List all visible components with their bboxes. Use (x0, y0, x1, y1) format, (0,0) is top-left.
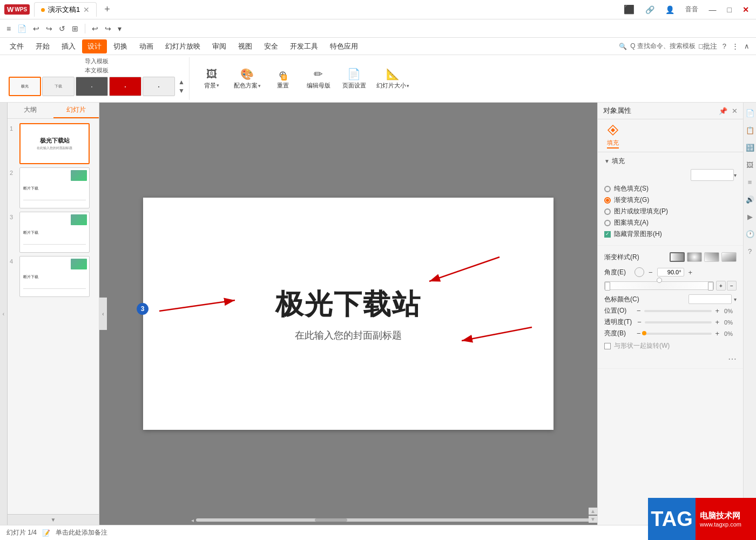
side-icon-6[interactable]: 🔊 (744, 193, 756, 205)
panel-pin-icon[interactable]: 📌 (719, 107, 727, 115)
wps-logo[interactable]: W WPS (4, 4, 30, 15)
template-2[interactable]: 下载 (42, 77, 75, 96)
gradient-midpoint[interactable] (657, 278, 662, 283)
tab-close-icon[interactable]: ✕ (83, 5, 90, 14)
angle-gradient-btn[interactable] (704, 252, 719, 262)
transparency-minus[interactable]: − (636, 318, 643, 326)
panel-close-icon[interactable]: ✕ (732, 107, 738, 115)
menu-start[interactable]: 开始 (30, 39, 55, 53)
grid-icon[interactable]: ⊞ (70, 23, 80, 34)
more-menu-icon[interactable]: ⋮ (730, 42, 741, 50)
add-tab-button[interactable]: + (101, 4, 113, 15)
slide-thumb-1[interactable]: 极光下载站 在此输入您的封面副标题 (19, 123, 90, 164)
import-template-label[interactable]: 导入模板 (85, 57, 109, 65)
outline-tab[interactable]: 大纲 (8, 103, 53, 118)
forward-icon[interactable]: ↪ (103, 23, 113, 34)
menu-insert[interactable]: 插入 (56, 39, 81, 53)
template-4[interactable]: ▪ (109, 77, 141, 96)
template-1[interactable]: 极光 (9, 77, 41, 96)
slide-thumb-2[interactable]: 断片下载 (19, 167, 90, 208)
help-icon[interactable]: ? (720, 42, 728, 50)
hide-bg-shape-checkbox[interactable] (604, 231, 611, 238)
side-icon-5[interactable]: ≡ (744, 176, 756, 188)
slide-list-scrollbar[interactable]: ▼ (8, 514, 99, 525)
redo-icon[interactable]: ↪ (44, 23, 55, 34)
radial-gradient-btn[interactable] (687, 252, 702, 262)
menu-file[interactable]: 文件 (4, 39, 29, 53)
batch-comment-icon[interactable]: □批注 (697, 42, 719, 51)
rotate-with-shape-checkbox[interactable] (604, 343, 611, 349)
transparency-plus[interactable]: + (714, 318, 720, 326)
rotate-with-shape-row[interactable]: 与形状一起旋转(W) (604, 341, 737, 350)
transparency-slider[interactable] (645, 321, 712, 323)
position-minus[interactable]: − (636, 307, 642, 315)
gradient-fill-option[interactable]: 渐变填充(G) (604, 195, 737, 205)
solid-fill-option[interactable]: 纯色填充(S) (604, 184, 737, 193)
gradient-handle-right[interactable] (708, 282, 713, 291)
left-panel-collapse[interactable]: ‹ (0, 103, 8, 525)
user-icon[interactable]: 👤 (663, 5, 677, 14)
gradient-fill-radio[interactable] (604, 197, 611, 204)
slide-item-2[interactable]: 2 断片下载 (10, 167, 97, 208)
hide-bg-shape-option[interactable]: 隐藏背景图形(H) (604, 230, 737, 239)
user-name[interactable]: 音音 (683, 5, 701, 14)
gradient-handle-left[interactable] (605, 282, 610, 291)
page-setup-tool[interactable]: 📄 页面设置 (341, 68, 368, 90)
menu-review[interactable]: 审阅 (207, 39, 232, 53)
picture-fill-option[interactable]: 图片或纹理填充(P) (604, 207, 737, 216)
picture-fill-radio[interactable] (604, 208, 611, 215)
remove-stop-btn[interactable]: − (727, 281, 737, 291)
restore-button[interactable]: ⬛ (621, 4, 637, 15)
menu-slideshow[interactable]: 幻灯片放映 (160, 39, 206, 53)
search-text[interactable]: Q 查找命令、搜索模板 (630, 42, 696, 51)
brightness-handle[interactable] (642, 331, 646, 335)
position-slider[interactable] (644, 310, 712, 312)
more-options-icon[interactable]: ⋯ (604, 354, 737, 364)
fill-color-box[interactable] (691, 169, 734, 181)
menu-transition[interactable]: 切换 (108, 39, 133, 53)
menu-design[interactable]: 设计 (82, 39, 107, 53)
reset-tool[interactable]: ⊕ 重 重置 (269, 68, 296, 90)
canvas-scroll-left[interactable]: ‹ (99, 298, 107, 330)
slide-item-4[interactable]: 4 断片下载 (10, 256, 97, 297)
angle-minus-button[interactable]: − (647, 268, 654, 276)
colorscheme-tool[interactable]: 🎨 配色方案 ▾ (234, 68, 261, 90)
gradient-bar[interactable] (604, 281, 714, 290)
presentation-tab[interactable]: 演示文稿1 ✕ (34, 2, 97, 17)
side-icon-9[interactable]: ? (744, 245, 756, 257)
close-button[interactable]: ✕ (740, 5, 752, 14)
background-tool[interactable]: 🖼 背景 ▾ (198, 68, 225, 90)
slide-thumb-4[interactable]: 断片下载 (19, 256, 90, 297)
back-icon[interactable]: ↩ (90, 23, 100, 34)
side-icon-4[interactable]: 🖼 (744, 159, 756, 171)
file-icon[interactable]: 📄 (15, 23, 29, 34)
menu-icon[interactable]: ≡ (4, 23, 13, 34)
share-icon[interactable]: 🔗 (643, 5, 657, 14)
pattern-fill-radio[interactable] (604, 220, 611, 226)
template-3[interactable]: ▪ (76, 77, 108, 96)
brightness-slider[interactable] (644, 333, 712, 335)
menu-special[interactable]: 特色应用 (325, 39, 363, 53)
side-icon-2[interactable]: 📋 (744, 124, 756, 136)
pattern-fill-option[interactable]: 图案填充(A) (604, 218, 737, 227)
maximize-button[interactable]: □ (725, 5, 734, 14)
template-5[interactable]: ▪ (143, 77, 175, 96)
side-icon-8[interactable]: 🕐 (744, 228, 756, 240)
brightness-plus[interactable]: + (714, 329, 720, 338)
solid-fill-radio[interactable] (604, 186, 611, 192)
side-icon-3[interactable]: 🔡 (744, 141, 756, 153)
position-plus[interactable]: + (714, 307, 720, 315)
fill-section-title[interactable]: ▼ 填充 (604, 157, 737, 166)
canvas-vscroll-arrows[interactable]: ▲ ▼ (589, 508, 597, 523)
text-template-label[interactable]: 本文模板 (85, 66, 109, 75)
linear-gradient-btn[interactable] (670, 252, 685, 262)
menu-search-area[interactable]: 🔍 Q 查找命令、搜索模板 (619, 42, 696, 51)
fill-tab[interactable]: 填充 (598, 119, 628, 152)
gradient-color-box[interactable] (688, 294, 732, 304)
rect-gradient-btn[interactable] (721, 252, 737, 262)
slide-size-tool[interactable]: 📐 幻灯片大小 ▾ (376, 68, 409, 90)
collapse-ribbon-icon[interactable]: ∧ (742, 42, 752, 50)
undo-icon[interactable]: ↩ (31, 23, 42, 34)
edit-master-tool[interactable]: ✏ 编辑母版 (305, 68, 332, 90)
gradient-color-dropdown[interactable]: ▾ (734, 296, 737, 302)
